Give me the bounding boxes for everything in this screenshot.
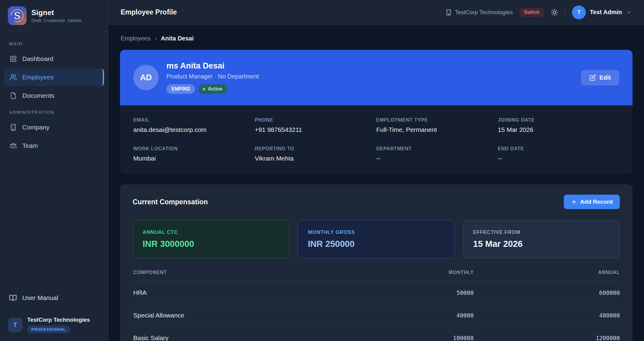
monthly-cell: 50000: [327, 282, 474, 304]
sidebar-item-dashboard[interactable]: Dashboard: [4, 50, 104, 68]
compensation-summary-tiles: ANNUAL CTC INR 3000000 MONTHLY GROSS INR…: [133, 220, 620, 258]
switch-org-button[interactable]: Switch: [519, 8, 544, 17]
annual-cell: 600000: [474, 282, 620, 304]
info-label: JOINING DATE: [498, 117, 619, 123]
table-row: Basic Salary 100000 1200000: [133, 327, 620, 341]
edit-pencil-icon: [589, 75, 596, 81]
sidebar-item-label: Team: [22, 142, 38, 149]
status-dot-icon: [203, 88, 205, 91]
tile-value: 15 Mar 2026: [473, 239, 610, 249]
org-name: TestCorp Technologies: [27, 317, 90, 323]
sidebar-item-label: Documents: [22, 92, 54, 99]
breadcrumb-separator-icon: ›: [155, 35, 157, 42]
sidebar-item-label: Dashboard: [22, 55, 53, 62]
component-cell: Special Allowance: [133, 304, 327, 327]
employee-role: Product Manager · No Department: [166, 73, 573, 80]
info-label: EMPLOYMENT TYPE: [376, 117, 498, 123]
edit-button[interactable]: Edit: [581, 70, 619, 85]
info-value: Vikram Mehta: [255, 155, 376, 162]
tile-label: ANNUAL CTC: [143, 229, 279, 235]
user-name: Test Admin: [590, 9, 622, 16]
info-field-work-location: WORK LOCATION Mumbai: [133, 146, 255, 162]
tile-value: INR 250000: [308, 239, 445, 249]
compensation-title: Current Compensation: [133, 198, 208, 206]
info-label: EMAIL: [133, 117, 255, 123]
sidebar-item-team[interactable]: Team: [4, 137, 104, 155]
info-label: REPORTING TO: [255, 146, 376, 151]
sidebar-item-label: Company: [22, 124, 49, 131]
svg-text:S: S: [14, 10, 21, 21]
plan-badge: PROFESSIONAL: [27, 326, 70, 333]
monthly-cell: 40000: [327, 304, 474, 327]
info-value: +91 9876543211: [255, 126, 376, 133]
breadcrumb-employees[interactable]: Employees: [121, 35, 150, 42]
brand-block: S Signet Draft. Customize. Deliver.: [0, 0, 108, 31]
user-avatar: T: [572, 5, 586, 19]
org-avatar: T: [8, 318, 22, 332]
sidebar: S Signet Draft. Customize. Deliver. MAIN…: [0, 0, 109, 341]
content-area: Employees › Anita Desai AD ms Anita Desa…: [109, 25, 644, 341]
signet-logo-icon: S: [8, 6, 27, 25]
info-field-department: DEPARTMENT --: [376, 146, 498, 162]
col-header-annual: ANNUAL: [474, 270, 620, 282]
brand-tagline: Draft. Customize. Deliver.: [31, 18, 83, 23]
building-icon: [445, 9, 452, 16]
plus-icon: [571, 199, 577, 205]
sidebar-item-label: Employees: [22, 74, 54, 81]
employee-avatar: AD: [133, 65, 159, 90]
current-org-indicator: TestCorp Technologies: [445, 9, 513, 16]
table-header-row: COMPONENT MONTHLY ANNUAL: [133, 270, 620, 282]
user-manual-link[interactable]: User Manual: [0, 286, 108, 310]
page-title: Employee Profile: [121, 8, 177, 16]
org-summary[interactable]: T TestCorp Technologies PROFESSIONAL: [0, 310, 108, 341]
info-value: Full-Time, Permanent: [376, 126, 498, 133]
edit-label: Edit: [599, 74, 611, 81]
topbar-divider: [565, 7, 565, 18]
add-record-label: Add Record: [580, 199, 613, 205]
table-row: HRA 50000 600000: [133, 282, 620, 304]
document-icon: [10, 92, 17, 99]
compensation-card: Current Compensation Add Record ANNUAL C…: [120, 184, 633, 341]
component-cell: HRA: [133, 282, 327, 304]
component-cell: Basic Salary: [133, 327, 327, 341]
monthly-gross-tile: MONTHLY GROSS INR 250000: [298, 220, 455, 258]
info-field-end-date: END DATE --: [498, 146, 619, 162]
employee-profile-card: AD ms Anita Desai Product Manager · No D…: [120, 50, 633, 174]
user-menu[interactable]: T Test Admin: [572, 5, 632, 19]
compensation-table: COMPONENT MONTHLY ANNUAL HRA 50000 60000…: [133, 270, 620, 341]
info-value: anita.desai@testcorp.com: [133, 126, 255, 133]
sidebar-item-employees[interactable]: Employees: [4, 69, 104, 86]
nav-section-administration: ADMINISTRATION: [0, 105, 108, 118]
org-details: TestCorp Technologies PROFESSIONAL: [27, 317, 90, 333]
info-label: WORK LOCATION: [133, 146, 255, 151]
info-value: Mumbai: [133, 155, 255, 162]
brand-name: Signet: [31, 8, 83, 17]
sun-icon: [551, 8, 558, 16]
brand-text: Signet Draft. Customize. Deliver.: [31, 8, 83, 23]
info-label: PHONE: [255, 117, 376, 123]
topbar: Employee Profile TestCorp Technologies S…: [109, 0, 644, 25]
add-record-button[interactable]: Add Record: [564, 195, 620, 209]
info-value: --: [498, 155, 619, 162]
sidebar-item-documents[interactable]: Documents: [4, 87, 104, 104]
info-field-phone: PHONE +91 9876543211: [255, 117, 376, 133]
annual-cell: 480000: [474, 304, 620, 327]
book-open-icon: [9, 294, 17, 302]
team-icon: [10, 142, 17, 149]
sidebar-footer: User Manual T TestCorp Technologies PROF…: [0, 286, 108, 341]
info-label: END DATE: [498, 146, 619, 151]
employee-id-badge: EMP002: [166, 84, 195, 94]
col-header-monthly: MONTHLY: [327, 270, 474, 282]
annual-ctc-tile: ANNUAL CTC INR 3000000: [133, 220, 289, 258]
topbar-actions: TestCorp Technologies Switch T Test Admi…: [445, 5, 632, 19]
users-icon: [10, 74, 17, 81]
breadcrumb: Employees › Anita Desai: [120, 34, 633, 50]
tile-value: INR 3000000: [143, 239, 279, 249]
dashboard-grid-icon: [10, 55, 17, 62]
user-manual-label: User Manual: [22, 294, 58, 301]
sidebar-nav: MAIN Dashboard Employees: [0, 31, 108, 286]
tile-label: MONTHLY GROSS: [308, 229, 445, 235]
theme-toggle-button[interactable]: [551, 8, 558, 16]
building-icon: [10, 124, 17, 131]
sidebar-item-company[interactable]: Company: [4, 119, 104, 136]
